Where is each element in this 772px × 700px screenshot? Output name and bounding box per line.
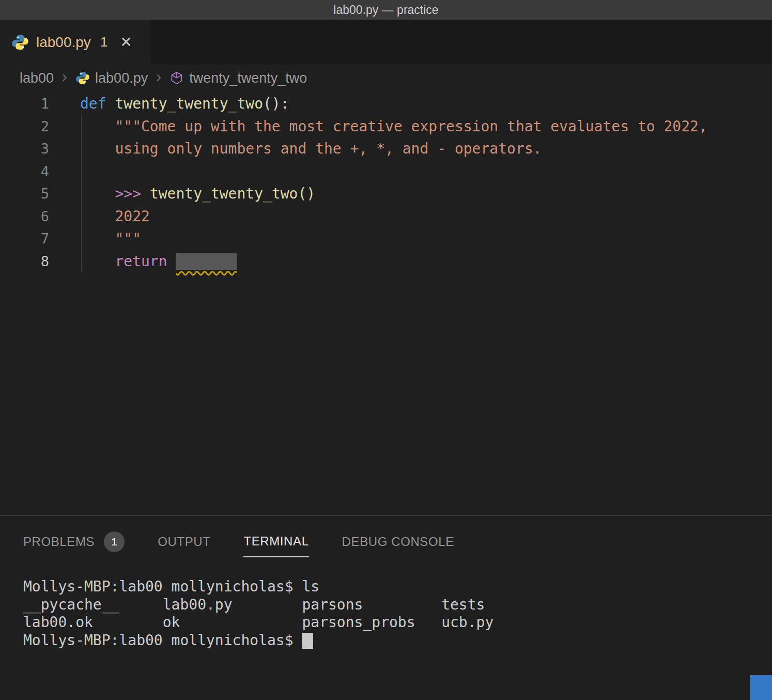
tab-output[interactable]: OUTPUT: [158, 526, 210, 557]
breadcrumb-symbol[interactable]: twenty_twenty_two: [189, 70, 307, 86]
code-token: [80, 185, 115, 202]
code-text: """: [80, 227, 141, 250]
code-line[interactable]: 3 using only numbers and the +, *, and -…: [0, 138, 772, 160]
tab-problem-count: 1: [100, 34, 107, 50]
breadcrumb: lab00 › lab00.py › twenty_twenty_two: [0, 65, 772, 92]
symbol-cube-icon: [169, 71, 184, 85]
code-editor[interactable]: 1def twenty_twenty_two():2 """Come up wi…: [0, 92, 772, 515]
line-number: 1: [0, 93, 49, 115]
line-number: 3: [0, 138, 49, 160]
line-number: 5: [0, 182, 49, 205]
tab-label: lab00.py: [36, 34, 91, 51]
terminal-line: Mollys-MBP:lab00 mollynicholas$: [23, 632, 772, 650]
line-number: 4: [0, 160, 49, 183]
code-text: return: [80, 250, 237, 273]
terminal-line: lab00.ok ok parsons_probs ucb.py: [23, 614, 772, 632]
terminal-output[interactable]: Mollys-MBP:lab00 mollynicholas$ ls __pyc…: [0, 578, 772, 649]
code-line[interactable]: 8 return: [0, 250, 772, 273]
terminal-prompt: Mollys-MBP:lab00 mollynicholas$: [23, 632, 302, 649]
code-line[interactable]: 6 2022: [0, 205, 772, 228]
code-lines-container: 1def twenty_twenty_two():2 """Come up wi…: [0, 93, 772, 272]
tab-lab00[interactable]: lab00.py 1 ✕: [0, 20, 151, 65]
tab-terminal-label: TERMINAL: [243, 534, 308, 549]
terminal-cursor: [302, 633, 313, 649]
code-token: def: [80, 95, 115, 112]
window-title: lab00.py — practice: [333, 3, 438, 17]
code-token: [80, 253, 115, 270]
code-line[interactable]: 5 >>> twenty_twenty_two(): [0, 182, 772, 205]
code-line[interactable]: 4: [0, 160, 772, 183]
code-text: using only numbers and the +, *, and - o…: [80, 138, 542, 160]
code-token: twenty_twenty_two: [115, 95, 263, 112]
code-token: """: [115, 230, 141, 247]
tab-debug-console-label: DEBUG CONSOLE: [342, 535, 454, 549]
bottom-panel: PROBLEMS 1 OUTPUT TERMINAL DEBUG CONSOLE…: [0, 515, 772, 700]
panel-tab-bar: PROBLEMS 1 OUTPUT TERMINAL DEBUG CONSOLE: [0, 526, 772, 557]
code-text: """Come up with the most creative expres…: [80, 115, 707, 138]
tab-debug-console[interactable]: DEBUG CONSOLE: [342, 526, 454, 557]
python-icon: [75, 71, 90, 85]
terminal-line: Mollys-MBP:lab00 mollynicholas$ ls: [23, 578, 772, 596]
code-token: >>>: [115, 185, 149, 202]
code-token: [80, 140, 115, 157]
close-icon[interactable]: ✕: [120, 34, 132, 51]
code-token: return: [115, 253, 167, 270]
indent-guide: [81, 115, 82, 272]
tab-problems[interactable]: PROBLEMS 1: [23, 526, 125, 557]
code-line[interactable]: 7 """: [0, 227, 772, 250]
code-token: """Come up with the most creative expres…: [115, 118, 707, 135]
selected-placeholder: [176, 253, 237, 270]
titlebar: lab00.py — practice: [0, 0, 772, 20]
code-text: def twenty_twenty_two():: [80, 93, 289, 115]
code-token: 2022: [115, 208, 149, 225]
code-token: [80, 118, 115, 135]
code-token: [167, 253, 176, 270]
line-number: 2: [0, 115, 49, 138]
code-token: twenty_twenty_two(): [150, 185, 315, 202]
tab-bar: lab00.py 1 ✕: [0, 20, 772, 65]
line-number: 7: [0, 227, 49, 250]
terminal-line: __pycache__ lab00.py parsons tests: [23, 596, 772, 614]
breadcrumb-folder[interactable]: lab00: [20, 70, 54, 86]
code-line[interactable]: 1def twenty_twenty_two():: [0, 93, 772, 115]
line-number: 6: [0, 205, 49, 228]
line-number: 8: [0, 250, 49, 273]
code-token: ():: [263, 95, 289, 112]
code-text: 2022: [80, 205, 150, 228]
problems-count-badge: 1: [104, 531, 125, 552]
chevron-right-icon: ›: [156, 69, 161, 87]
breadcrumb-file[interactable]: lab00.py: [95, 70, 148, 86]
code-token: using only numbers and the +, *, and - o…: [115, 140, 542, 157]
code-token: [80, 230, 115, 247]
code-line[interactable]: 2 """Come up with the most creative expr…: [0, 115, 772, 138]
chevron-right-icon: ›: [62, 69, 67, 87]
tab-problems-label: PROBLEMS: [23, 535, 95, 549]
tab-output-label: OUTPUT: [158, 535, 210, 549]
tab-terminal[interactable]: TERMINAL: [243, 526, 308, 557]
blue-corner-accent: [750, 675, 772, 700]
code-token: [80, 208, 115, 225]
code-text: >>> twenty_twenty_two(): [80, 182, 315, 205]
python-icon: [11, 34, 29, 51]
